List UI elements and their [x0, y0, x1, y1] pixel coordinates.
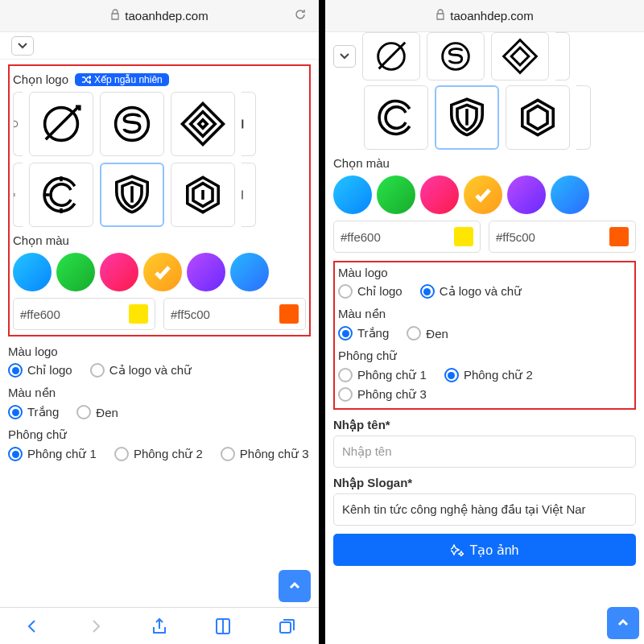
- hex-value-1: #ffe600: [20, 308, 60, 321]
- logo-s-circle[interactable]: [100, 92, 164, 156]
- opt-phong2[interactable]: Phông chữ 2: [444, 368, 533, 382]
- content-right: Chọn màu #ffe600 #ff5c00 Màu logo: [325, 32, 644, 644]
- url-text: taoanhdep.com: [450, 9, 533, 23]
- swatch-cyan[interactable]: [333, 175, 372, 214]
- tabs-icon[interactable]: [275, 614, 299, 638]
- logo-partial-left[interactable]: [13, 92, 23, 156]
- slogan-label: Nhập Slogan*: [333, 476, 636, 490]
- opt-phong1[interactable]: Phông chữ 1: [8, 447, 97, 461]
- swatch-green[interactable]: [56, 253, 95, 291]
- bookmarks-icon[interactable]: [211, 614, 235, 638]
- svg-rect-19: [504, 40, 537, 73]
- lock-icon: [110, 9, 120, 23]
- slogan-input[interactable]: Kênh tin tức công nghệ hàng đầu tại Việt…: [333, 493, 636, 526]
- phongchu-label: Phông chữ: [8, 427, 311, 442]
- refresh-icon[interactable]: [293, 7, 308, 24]
- logo-hex-swirl[interactable]: [506, 85, 570, 150]
- hex-input-1[interactable]: #ffe600: [333, 221, 481, 253]
- svg-rect-15: [280, 622, 291, 633]
- swatch-purple[interactable]: [187, 253, 225, 291]
- forward-icon: [84, 614, 108, 638]
- opt-chilogo[interactable]: Chỉ logo: [8, 363, 72, 378]
- maulogo-label: Màu logo: [8, 345, 311, 358]
- swatch-green[interactable]: [377, 175, 415, 214]
- maulogo-label: Màu logo: [338, 266, 631, 279]
- swatch-pink[interactable]: [420, 175, 459, 214]
- opt-calogo[interactable]: Cả logo và chữ: [90, 363, 192, 378]
- nhapten-input[interactable]: Nhập tên: [333, 436, 636, 468]
- safari-toolbar: [0, 607, 319, 644]
- chevron-down-icon[interactable]: [333, 45, 356, 68]
- collapse-row[interactable]: [0, 32, 319, 60]
- opt-phong3[interactable]: Phông chữ 3: [221, 447, 309, 461]
- back-icon[interactable]: [20, 614, 44, 638]
- highlight-box-left: Chọn logo Xếp ngẫu nhiên: [8, 64, 311, 336]
- maunen-label: Màu nền: [8, 386, 311, 400]
- opt-phong1[interactable]: Phông chữ 1: [338, 368, 427, 382]
- opt-chilogo[interactable]: Chỉ logo: [338, 284, 402, 299]
- swatch-purple[interactable]: [507, 175, 546, 214]
- logo-diamond-maze[interactable]: [491, 32, 549, 80]
- logo-diamond-maze[interactable]: [171, 92, 235, 156]
- swatch-blue[interactable]: [230, 253, 269, 291]
- chevron-down-icon[interactable]: [11, 36, 34, 56]
- logo-shield-selected[interactable]: [435, 85, 499, 150]
- hex-chip-1: [454, 227, 473, 246]
- highlight-box-right: Màu logo Chỉ logo Cả logo và chữ Màu nền…: [333, 261, 636, 410]
- swatch-blue[interactable]: [551, 175, 589, 214]
- hex-input-1[interactable]: #ffe600: [13, 298, 155, 330]
- opt-trang[interactable]: Trắng: [8, 405, 59, 419]
- logo-partial-right1[interactable]: [242, 92, 256, 156]
- nhapten-label: Nhập tên*: [333, 418, 636, 432]
- logo-partial-left2[interactable]: [13, 163, 23, 227]
- hex-input-2[interactable]: #ff5c00: [489, 221, 636, 253]
- logo-slash-circle[interactable]: [362, 32, 420, 80]
- phone-right: taoanhdep.com: [325, 0, 644, 644]
- svg-point-18: [443, 43, 469, 70]
- logo-shield-selected[interactable]: [100, 163, 164, 227]
- logo-s-circle[interactable]: [427, 32, 485, 80]
- logo-slash-circle[interactable]: [29, 92, 93, 156]
- svg-rect-20: [511, 47, 529, 65]
- swatch-pink[interactable]: [100, 253, 138, 291]
- logo-c-maze[interactable]: [29, 163, 93, 227]
- opt-calogo[interactable]: Cả logo và chữ: [420, 284, 522, 299]
- svg-point-0: [14, 121, 18, 126]
- hex-chip-2: [609, 227, 629, 246]
- url-text: taoanhdep.com: [125, 9, 208, 23]
- scroll-top-button[interactable]: [607, 607, 639, 639]
- svg-rect-5: [191, 112, 216, 137]
- chonmau-label-left: Chọn màu: [13, 233, 306, 248]
- svg-rect-6: [199, 120, 207, 128]
- share-icon[interactable]: [147, 614, 171, 638]
- create-button[interactable]: Tạo ảnh: [333, 534, 636, 566]
- hex-value-2: #ff5c00: [171, 308, 210, 321]
- logo-partial[interactable]: [576, 85, 591, 150]
- hex-value-1: #ffe600: [341, 230, 381, 244]
- hex-input-2[interactable]: #ff5c00: [163, 298, 306, 330]
- logo-partial[interactable]: [555, 32, 570, 80]
- swatch-gold-selected[interactable]: [143, 253, 182, 291]
- opt-den[interactable]: Đen: [407, 326, 448, 341]
- maunen-label: Màu nền: [338, 307, 631, 321]
- opt-phong3[interactable]: Phông chữ 3: [338, 387, 427, 402]
- opt-phong2[interactable]: Phông chữ 2: [114, 447, 203, 461]
- swatch-gold-selected[interactable]: [464, 175, 502, 214]
- opt-trang[interactable]: Trắng: [338, 326, 389, 341]
- nhapten-placeholder: Nhập tên: [342, 444, 392, 459]
- content-left: Chọn logo Xếp ngẫu nhiên: [0, 60, 319, 607]
- svg-point-3: [116, 108, 149, 141]
- hex-chip-1: [129, 304, 148, 324]
- shuffle-label: Xếp ngẫu nhiên: [94, 74, 163, 85]
- shuffle-button[interactable]: Xếp ngẫu nhiên: [75, 73, 169, 86]
- url-bar-right: taoanhdep.com: [325, 0, 644, 32]
- opt-den[interactable]: Đen: [76, 405, 118, 419]
- phongchu-label: Phông chữ: [338, 349, 631, 363]
- phone-left: taoanhdep.com Chọn logo Xếp ngẫu nhiên: [0, 0, 319, 644]
- hex-value-2: #ff5c00: [496, 230, 535, 244]
- logo-partial-right2[interactable]: [242, 163, 256, 227]
- logo-c-maze[interactable]: [364, 85, 428, 150]
- logo-hex-swirl[interactable]: [171, 163, 235, 227]
- scroll-top-button[interactable]: [279, 570, 311, 602]
- swatch-cyan[interactable]: [13, 253, 52, 291]
